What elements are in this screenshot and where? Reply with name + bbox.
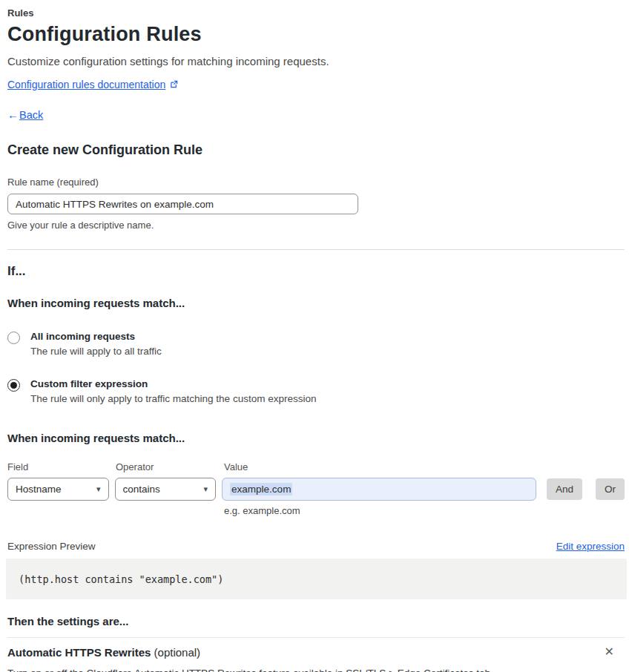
if-heading: If... bbox=[7, 264, 625, 279]
rule-name-label: Rule name (required) bbox=[7, 177, 625, 188]
radio-label[interactable]: Custom filter expression bbox=[30, 378, 316, 389]
builder-heading: When incoming requests match... bbox=[7, 432, 625, 444]
field-select[interactable]: Hostname ▾ bbox=[7, 478, 109, 501]
value-input[interactable]: example.com bbox=[222, 478, 536, 501]
expression-preview-code: (http.host contains "example.com") bbox=[6, 559, 627, 599]
close-icon[interactable]: ✕ bbox=[602, 645, 617, 659]
radio-option-custom-filter[interactable]: Custom filter expression The rule will o… bbox=[7, 378, 625, 404]
rule-name-help: Give your rule a descriptive name. bbox=[7, 220, 625, 231]
radio-option-all-requests[interactable]: All incoming requests The rule will appl… bbox=[7, 331, 625, 357]
setting-optional-label: (optional) bbox=[151, 646, 200, 659]
and-button[interactable]: And bbox=[547, 478, 582, 500]
configuration-rules-page: Rules Configuration Rules Customize conf… bbox=[0, 0, 632, 672]
radio-label[interactable]: All incoming requests bbox=[30, 331, 162, 342]
value-input-text: example.com bbox=[230, 483, 292, 495]
field-label: Field bbox=[7, 461, 116, 472]
operator-label: Operator bbox=[116, 461, 224, 472]
radio-button[interactable] bbox=[7, 379, 20, 392]
setting-name: Automatic HTTPS Rewrites bbox=[7, 646, 151, 659]
rule-name-value: Automatic HTTPS Rewrites on example.com bbox=[16, 199, 214, 210]
operator-select-value: contains bbox=[123, 484, 160, 495]
radio-button[interactable] bbox=[7, 332, 20, 344]
edit-expression-link[interactable]: Edit expression bbox=[556, 541, 625, 552]
page-description: Customize configuration settings for mat… bbox=[7, 55, 625, 67]
setting-title: Automatic HTTPS Rewrites (optional) bbox=[7, 646, 200, 659]
setting-divider bbox=[7, 637, 625, 638]
rule-name-input[interactable]: Automatic HTTPS Rewrites on example.com bbox=[7, 194, 358, 214]
value-help-text: e.g. example.com bbox=[224, 505, 625, 516]
breadcrumb: Rules bbox=[7, 7, 625, 19]
back-arrow-icon: ← bbox=[7, 108, 19, 121]
then-heading: Then the settings are... bbox=[7, 615, 625, 627]
section-divider bbox=[7, 249, 625, 250]
radio-description: The rule will only apply to traffic matc… bbox=[30, 393, 316, 404]
documentation-link[interactable]: Configuration rules documentation bbox=[7, 79, 165, 90]
operator-select[interactable]: contains ▾ bbox=[115, 478, 217, 501]
field-select-value: Hostname bbox=[16, 484, 62, 495]
value-label: Value bbox=[224, 461, 248, 472]
back-link[interactable]: Back bbox=[19, 109, 43, 121]
page-title: Configuration Rules bbox=[7, 23, 625, 46]
match-heading: When incoming requests match... bbox=[7, 297, 625, 309]
create-rule-heading: Create new Configuration Rule bbox=[7, 142, 625, 158]
external-link-icon bbox=[170, 79, 178, 90]
radio-description: The rule will apply to all traffic bbox=[30, 346, 162, 357]
setting-description: Turn on or off the Cloudflare Automatic … bbox=[7, 668, 625, 672]
or-button[interactable]: Or bbox=[596, 478, 625, 500]
expression-preview-label: Expression Preview bbox=[7, 541, 96, 552]
expression-code-text: (http.host contains "example.com") bbox=[19, 573, 223, 585]
chevron-down-icon: ▾ bbox=[96, 484, 101, 494]
chevron-down-icon: ▾ bbox=[204, 484, 208, 494]
